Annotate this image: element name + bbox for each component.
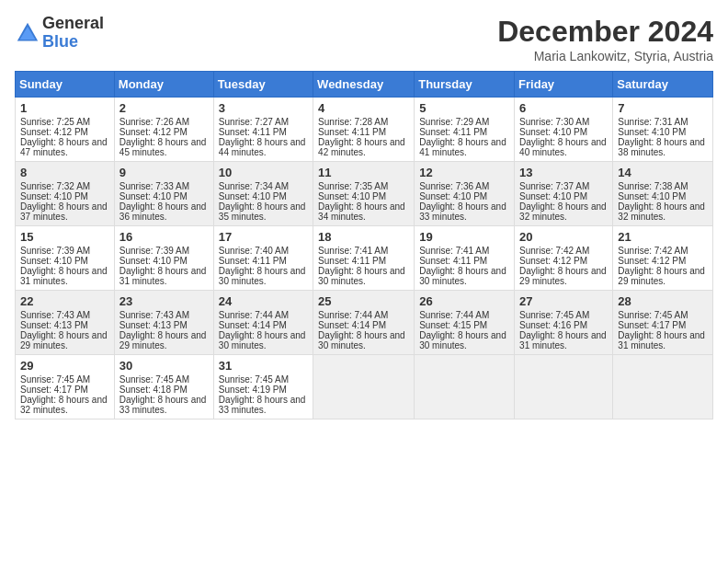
- day-number: 21: [618, 230, 708, 244]
- sunrise-label: Sunrise: 7:31 AM: [618, 117, 688, 127]
- sunset-label: Sunset: 4:19 PM: [219, 385, 287, 395]
- daylight-label: Daylight: 8 hours and 35 minutes.: [219, 201, 306, 222]
- table-row: 22 Sunrise: 7:43 AM Sunset: 4:13 PM Dayl…: [16, 291, 115, 355]
- sunrise-label: Sunrise: 7:39 AM: [20, 246, 90, 256]
- table-row: 14 Sunrise: 7:38 AM Sunset: 4:10 PM Dayl…: [613, 162, 713, 226]
- table-row: 26 Sunrise: 7:44 AM Sunset: 4:15 PM Dayl…: [415, 291, 515, 355]
- logo: General Blue: [15, 15, 104, 52]
- table-row: 6 Sunrise: 7:30 AM Sunset: 4:10 PM Dayli…: [515, 98, 613, 162]
- sunset-label: Sunset: 4:14 PM: [318, 320, 386, 330]
- daylight-label: Daylight: 8 hours and 33 minutes.: [119, 395, 207, 415]
- table-row: 10 Sunrise: 7:34 AM Sunset: 4:10 PM Dayl…: [213, 162, 313, 226]
- daylight-label: Daylight: 8 hours and 37 minutes.: [20, 201, 108, 222]
- day-number: 25: [318, 294, 409, 308]
- daylight-label: Daylight: 8 hours and 31 minutes.: [618, 330, 705, 350]
- day-number: 24: [219, 294, 308, 308]
- sunrise-label: Sunrise: 7:45 AM: [119, 374, 189, 385]
- day-number: 8: [20, 166, 109, 179]
- day-number: 29: [20, 359, 109, 373]
- col-saturday: Saturday: [613, 72, 713, 98]
- table-row: 19 Sunrise: 7:41 AM Sunset: 4:11 PM Dayl…: [415, 226, 515, 291]
- calendar-row: 15 Sunrise: 7:39 AM Sunset: 4:10 PM Dayl…: [16, 226, 713, 291]
- logo-icon: [15, 20, 40, 46]
- table-row: 20 Sunrise: 7:42 AM Sunset: 4:12 PM Dayl…: [515, 226, 613, 291]
- day-number: 5: [419, 101, 509, 115]
- sunrise-label: Sunrise: 7:42 AM: [618, 246, 688, 256]
- day-number: 11: [318, 166, 409, 179]
- table-row: 15 Sunrise: 7:39 AM Sunset: 4:10 PM Dayl…: [16, 226, 115, 291]
- logo-text: General Blue: [42, 15, 104, 52]
- day-number: 15: [20, 230, 109, 244]
- sunrise-label: Sunrise: 7:26 AM: [119, 117, 189, 127]
- sunset-label: Sunset: 4:17 PM: [618, 320, 686, 330]
- calendar-table: Sunday Monday Tuesday Wednesday Thursday…: [15, 71, 713, 419]
- daylight-label: Daylight: 8 hours and 29 minutes.: [519, 266, 607, 286]
- day-number: 20: [519, 230, 608, 244]
- sunset-label: Sunset: 4:11 PM: [419, 127, 487, 137]
- day-number: 7: [618, 101, 708, 115]
- table-row: 13 Sunrise: 7:37 AM Sunset: 4:10 PM Dayl…: [515, 162, 613, 226]
- calendar-row: 8 Sunrise: 7:32 AM Sunset: 4:10 PM Dayli…: [16, 162, 713, 226]
- sunrise-label: Sunrise: 7:44 AM: [419, 310, 489, 320]
- title-section: December 2024 Maria Lankowitz, Styria, A…: [497, 15, 713, 63]
- daylight-label: Daylight: 8 hours and 42 minutes.: [318, 137, 405, 157]
- day-number: 22: [20, 294, 109, 308]
- table-row: 12 Sunrise: 7:36 AM Sunset: 4:10 PM Dayl…: [415, 162, 515, 226]
- table-row: [415, 355, 515, 419]
- table-row: 28 Sunrise: 7:45 AM Sunset: 4:17 PM Dayl…: [613, 291, 713, 355]
- day-number: 16: [119, 230, 209, 244]
- calendar-row: 22 Sunrise: 7:43 AM Sunset: 4:13 PM Dayl…: [16, 291, 713, 355]
- table-row: 5 Sunrise: 7:29 AM Sunset: 4:11 PM Dayli…: [415, 98, 515, 162]
- day-number: 2: [119, 101, 209, 115]
- logo-general: General: [42, 15, 104, 33]
- daylight-label: Daylight: 8 hours and 30 minutes.: [219, 266, 306, 286]
- col-friday: Friday: [515, 72, 613, 98]
- sunrise-label: Sunrise: 7:38 AM: [618, 181, 688, 191]
- sunset-label: Sunset: 4:10 PM: [519, 191, 587, 201]
- sunset-label: Sunset: 4:10 PM: [318, 191, 386, 201]
- sunset-label: Sunset: 4:15 PM: [419, 320, 487, 330]
- sunrise-label: Sunrise: 7:43 AM: [20, 310, 90, 320]
- col-monday: Monday: [114, 72, 213, 98]
- table-row: 29 Sunrise: 7:45 AM Sunset: 4:17 PM Dayl…: [16, 355, 115, 419]
- daylight-label: Daylight: 8 hours and 33 minutes.: [419, 201, 506, 222]
- sunset-label: Sunset: 4:18 PM: [119, 385, 188, 395]
- table-row: 11 Sunrise: 7:35 AM Sunset: 4:10 PM Dayl…: [313, 162, 415, 226]
- table-row: 21 Sunrise: 7:42 AM Sunset: 4:12 PM Dayl…: [613, 226, 713, 291]
- daylight-label: Daylight: 8 hours and 40 minutes.: [519, 137, 607, 157]
- sunset-label: Sunset: 4:10 PM: [119, 256, 188, 266]
- sunrise-label: Sunrise: 7:32 AM: [20, 181, 90, 191]
- sunset-label: Sunset: 4:13 PM: [20, 320, 88, 330]
- table-row: [515, 355, 613, 419]
- daylight-label: Daylight: 8 hours and 30 minutes.: [419, 266, 506, 286]
- day-number: 10: [219, 166, 308, 179]
- table-row: 16 Sunrise: 7:39 AM Sunset: 4:10 PM Dayl…: [114, 226, 213, 291]
- sunrise-label: Sunrise: 7:37 AM: [519, 181, 589, 191]
- day-number: 27: [519, 294, 608, 308]
- daylight-label: Daylight: 8 hours and 31 minutes.: [119, 266, 207, 286]
- calendar-row: 29 Sunrise: 7:45 AM Sunset: 4:17 PM Dayl…: [16, 355, 713, 419]
- sunrise-label: Sunrise: 7:36 AM: [419, 181, 489, 191]
- sunrise-label: Sunrise: 7:45 AM: [519, 310, 589, 320]
- sunset-label: Sunset: 4:11 PM: [419, 256, 487, 266]
- daylight-label: Daylight: 8 hours and 29 minutes.: [618, 266, 705, 286]
- sunset-label: Sunset: 4:10 PM: [219, 191, 287, 201]
- sunset-label: Sunset: 4:10 PM: [618, 191, 686, 201]
- table-row: 17 Sunrise: 7:40 AM Sunset: 4:11 PM Dayl…: [213, 226, 313, 291]
- day-number: 1: [20, 101, 109, 115]
- table-row: 27 Sunrise: 7:45 AM Sunset: 4:16 PM Dayl…: [515, 291, 613, 355]
- sunset-label: Sunset: 4:10 PM: [419, 191, 487, 201]
- sunset-label: Sunset: 4:17 PM: [20, 385, 88, 395]
- sunset-label: Sunset: 4:11 PM: [318, 127, 386, 137]
- table-row: [613, 355, 713, 419]
- daylight-label: Daylight: 8 hours and 30 minutes.: [318, 266, 405, 286]
- sunset-label: Sunset: 4:14 PM: [219, 320, 287, 330]
- calendar-row: 1 Sunrise: 7:25 AM Sunset: 4:12 PM Dayli…: [16, 98, 713, 162]
- daylight-label: Daylight: 8 hours and 32 minutes.: [618, 201, 705, 222]
- sunrise-label: Sunrise: 7:33 AM: [119, 181, 189, 191]
- sunrise-label: Sunrise: 7:25 AM: [20, 117, 90, 127]
- daylight-label: Daylight: 8 hours and 32 minutes.: [519, 201, 607, 222]
- col-sunday: Sunday: [16, 72, 115, 98]
- daylight-label: Daylight: 8 hours and 31 minutes.: [20, 266, 108, 286]
- table-row: 24 Sunrise: 7:44 AM Sunset: 4:14 PM Dayl…: [213, 291, 313, 355]
